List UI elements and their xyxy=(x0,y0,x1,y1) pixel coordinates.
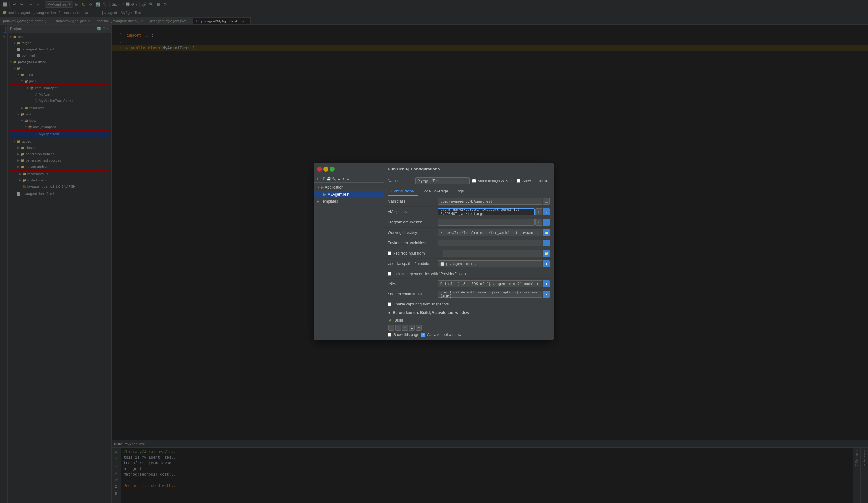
name-label: Name: xyxy=(388,178,413,183)
build-hammer-icon xyxy=(388,318,393,323)
jre-row: JRE: Default (1.8 – SDK of 'javaagent-de… xyxy=(384,279,554,289)
env-vars-value[interactable] xyxy=(438,239,542,246)
redirect-value[interactable] xyxy=(443,250,542,257)
vm-options-row: VM options: agent-demo2/target/javaagent… xyxy=(384,207,554,217)
redirect-row: Redirect input from: 📁 xyxy=(384,248,554,259)
vm-options-plus-btn[interactable]: + xyxy=(535,208,542,215)
build-item: Build xyxy=(388,317,550,324)
svg-rect-0 xyxy=(388,321,389,322)
working-dir-folder-btn[interactable]: 📁 xyxy=(543,229,550,236)
myagenttest-label: MyAgentTest xyxy=(327,192,349,197)
window-minimize-btn[interactable] xyxy=(323,167,328,172)
build-up-btn[interactable]: ▲ xyxy=(409,325,415,331)
before-launch-arrow[interactable]: ▼ xyxy=(388,311,391,315)
jre-value[interactable]: Default (1.8 – SDK of 'javaagent-demo2' … xyxy=(438,280,542,287)
classpath-label: Use classpath of module: xyxy=(388,261,438,266)
jre-label: JRE: xyxy=(388,281,438,286)
parallel-row: Allow parallel ru... xyxy=(517,179,550,183)
modal-window-controls xyxy=(314,163,383,175)
app-group-icon: ▶ xyxy=(321,185,324,189)
templates-arrow[interactable]: ▶ xyxy=(317,200,321,203)
modal-title-bar: Run/Debug Configurations xyxy=(384,163,554,175)
parallel-label: Allow parallel ru... xyxy=(522,179,550,183)
show-this-page-checkbox[interactable] xyxy=(388,333,391,337)
build-add-btn[interactable]: + xyxy=(388,325,394,331)
form-snapshots-checkbox[interactable] xyxy=(388,302,391,306)
modal-title: Run/Debug Configurations xyxy=(388,167,440,171)
shorten-row: Shorten command line: user-local default… xyxy=(384,289,554,299)
before-launch-header: ▼ Before launch: Build, Activate tool wi… xyxy=(388,310,550,315)
config-tree: ▼ ▶ Application ▶ MyAgentTest ▶ Template… xyxy=(314,183,383,340)
show-this-page-row: Show this page ✓ Activate tool window xyxy=(388,332,550,337)
vm-options-expand-btn[interactable]: ⌄ xyxy=(543,208,550,215)
parallel-checkbox[interactable] xyxy=(517,179,520,183)
share-vcs-row: Share through VCS ? xyxy=(472,179,512,183)
myagenttest-icon: ▶ xyxy=(323,192,326,197)
env-vars-row: Environment variables: ⌄ xyxy=(384,238,554,248)
modal-right-panel: Run/Debug Configurations Name: Share thr… xyxy=(384,163,554,340)
config-up-btn[interactable]: ▲ xyxy=(337,177,341,181)
modal-footer: ▼ Before launch: Build, Activate tool wi… xyxy=(384,308,554,340)
working-dir-value[interactable]: /Users/lcc/IdeaProjects/lcc_work/test-ja… xyxy=(438,229,542,236)
redirect-folder-btn[interactable]: 📁 xyxy=(543,250,550,257)
build-actions: + − ✏ ▲ ▼ xyxy=(388,325,550,331)
activate-tool-window-checkbox[interactable]: ✓ xyxy=(421,333,425,337)
share-vcs-checkbox[interactable] xyxy=(472,179,476,183)
show-this-page-label: Show this page xyxy=(393,332,419,337)
config-save-btn[interactable]: 💾 xyxy=(327,177,331,181)
config-body: Main class: com.javaagent.MyAgentTest ..… xyxy=(384,196,554,308)
build-remove-btn[interactable]: − xyxy=(395,325,401,331)
config-down-btn[interactable]: ▼ xyxy=(342,177,345,181)
app-group-label: Application xyxy=(325,185,343,189)
config-tree-templates[interactable]: ▶ Templates xyxy=(314,198,383,205)
config-copy-btn[interactable]: ⎘ xyxy=(323,177,326,181)
main-class-value[interactable]: com.javaagent.MyAgentTest xyxy=(438,198,542,205)
main-class-row: Main class: com.javaagent.MyAgentTest ..… xyxy=(384,196,554,207)
share-vcs-help[interactable]: ? xyxy=(510,179,512,183)
window-close-btn[interactable] xyxy=(317,167,322,172)
program-args-row: Program arguments: + ⌄ xyxy=(384,217,554,227)
name-input[interactable] xyxy=(415,177,469,184)
tab-configuration[interactable]: Configuration xyxy=(388,187,417,196)
env-vars-label: Environment variables: xyxy=(388,241,438,245)
classpath-row: Use classpath of module: ⬜ javaagent-dem… xyxy=(384,259,554,269)
shorten-value[interactable]: user-local default: none – java [options… xyxy=(438,291,542,298)
env-vars-expand-btn[interactable]: ⌄ xyxy=(543,239,550,246)
form-snapshots-row: Enable capturing form snapshots xyxy=(384,299,554,308)
app-group-arrow[interactable]: ▼ xyxy=(317,186,321,189)
build-down-btn[interactable]: ▼ xyxy=(416,325,422,331)
jre-dropdown-btn[interactable]: ▾ xyxy=(543,280,550,287)
include-deps-label: Include dependencies with "Provided" sco… xyxy=(393,272,468,276)
config-wrench-btn[interactable]: 🔧 xyxy=(332,177,336,181)
window-maximize-btn[interactable] xyxy=(330,167,335,172)
modal-overlay: + − ⎘ 💾 🔧 ▲ ▼ ⇅ ▼ ▶ Application ▶ MyAgen… xyxy=(0,0,868,503)
build-edit-btn[interactable]: ✏ xyxy=(402,325,408,331)
config-add-btn[interactable]: + xyxy=(316,176,319,181)
tab-code-coverage[interactable]: Code Coverage xyxy=(417,187,452,196)
include-deps-checkbox[interactable] xyxy=(388,272,391,276)
redirect-checkbox[interactable] xyxy=(388,252,391,255)
share-vcs-label: Share through VCS xyxy=(478,179,508,183)
working-dir-label: Working directory: xyxy=(388,230,438,235)
program-args-plus-btn[interactable]: + xyxy=(535,219,542,226)
build-label: Build xyxy=(395,318,403,322)
vm-options-value[interactable]: agent-demo2/target/javaagent-demo2-1.0-S… xyxy=(438,208,535,215)
shorten-dropdown-btn[interactable]: ▾ xyxy=(543,291,550,298)
modal-name-row: Name: Share through VCS ? Allow parallel… xyxy=(384,175,554,187)
config-tree-application[interactable]: ▼ ▶ Application xyxy=(314,184,383,191)
program-args-value[interactable] xyxy=(438,219,535,226)
config-sort-btn[interactable]: ⇅ xyxy=(346,177,349,181)
redirect-label: Redirect input from: xyxy=(393,251,443,256)
tab-logs[interactable]: Logs xyxy=(452,187,467,196)
vm-options-label: VM options: xyxy=(388,209,438,214)
classpath-value[interactable]: ⬜ javaagent-demo2 xyxy=(438,260,542,267)
config-tree-myagenttest[interactable]: ▶ MyAgentTest xyxy=(314,191,383,198)
form-snapshots-label: Enable capturing form snapshots xyxy=(393,302,448,306)
classpath-dropdown-btn[interactable]: ▾ xyxy=(543,260,550,267)
before-launch-title: Before launch: Build, Activate tool wind… xyxy=(393,310,469,315)
config-remove-btn[interactable]: − xyxy=(320,176,322,181)
program-args-expand-btn[interactable]: ⌄ xyxy=(543,219,550,226)
templates-label: Templates xyxy=(321,199,338,204)
main-class-more-btn[interactable]: ... xyxy=(543,198,550,205)
main-class-label: Main class: xyxy=(388,199,438,204)
